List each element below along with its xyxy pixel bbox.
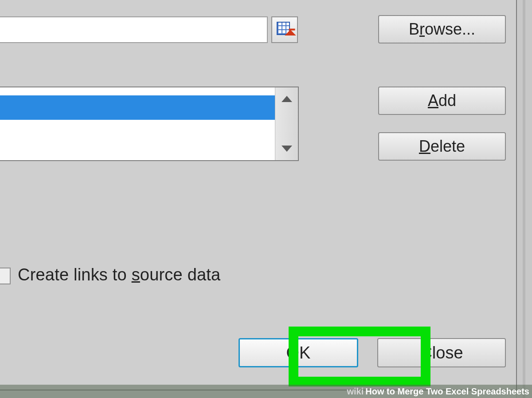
create-links-checkbox[interactable] [0,268,11,284]
create-links-label: Create links to source data [18,265,220,284]
reference-input[interactable] [0,16,268,43]
chevron-down-icon [282,146,292,152]
chevron-up-icon [282,96,292,102]
close-button[interactable]: Close [377,338,506,367]
ok-button[interactable]: OK [239,338,358,367]
range-picker-icon [276,21,293,39]
window-chrome-divider [523,0,525,398]
button-label: OK [286,343,311,363]
browse-button[interactable]: Browse... [378,15,506,43]
consolidate-dialog: Browse... Add Delete Create links to sou… [0,0,517,390]
list-item-selected[interactable] [0,95,275,120]
window-chrome-right [516,0,532,398]
watermark-bar: wiki How to Merge Two Excel Spreadsheets [0,385,532,398]
watermark-brand: wiki [347,386,364,397]
button-label: Delete [419,137,465,156]
list-viewport [0,87,275,160]
add-button[interactable]: Add [378,87,506,115]
button-label: Browse... [409,20,475,39]
list-scrollbar[interactable] [275,87,298,160]
delete-button[interactable]: Delete [378,132,506,161]
scroll-down-button[interactable] [275,137,298,160]
scroll-up-button[interactable] [275,87,298,110]
collapse-dialog-button[interactable] [271,16,298,43]
button-label: Close [420,343,463,363]
watermark-title: How to Merge Two Excel Spreadsheets [365,386,529,397]
button-label: Add [428,91,456,110]
all-references-list[interactable] [0,87,299,161]
